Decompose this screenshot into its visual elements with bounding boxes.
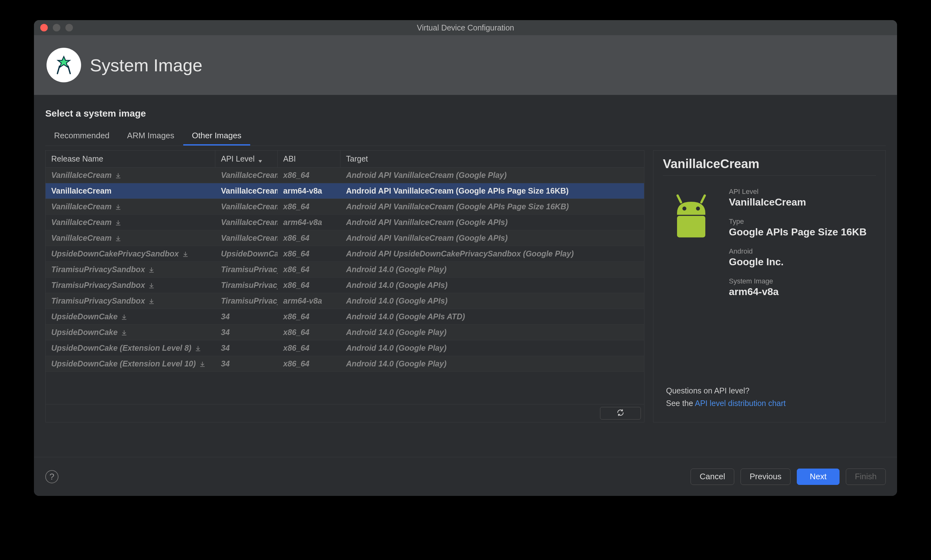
minimize-window-button[interactable] (53, 24, 60, 31)
field-value: Google APIs Page Size 16KB (729, 226, 866, 238)
cell-target: Android 14.0 (Google APIs) (340, 281, 644, 290)
previous-button[interactable]: Previous (740, 469, 791, 485)
download-icon[interactable] (148, 266, 155, 273)
field-system-image: System Image arm64-v8a (729, 277, 866, 298)
api-distribution-link[interactable]: API level distribution chart (695, 399, 786, 408)
android-studio-icon (46, 48, 81, 82)
cell-target: Android API VanillaIceCream (Google APIs… (340, 234, 644, 243)
details-title: VanillaIceCream (663, 157, 876, 176)
cell-abi: x86_64 (277, 312, 340, 321)
cell-target: Android 14.0 (Google Play) (340, 343, 644, 352)
footer-question: Questions on API level? (666, 384, 876, 397)
cell-release-name: UpsideDownCakePrivacySandbox (46, 249, 215, 258)
table-row[interactable]: UpsideDownCake34x86_64Android 14.0 (Goog… (46, 325, 644, 340)
tab-recommended[interactable]: Recommended (45, 127, 118, 146)
cell-abi: x86_64 (277, 234, 340, 243)
cell-target: Android 14.0 (Google APIs) (340, 296, 644, 305)
download-icon[interactable] (148, 298, 155, 305)
cell-target: Android 14.0 (Google APIs ATD) (340, 312, 644, 321)
download-icon[interactable] (115, 203, 122, 210)
close-window-button[interactable] (40, 24, 48, 31)
cell-api-level: TiramisuPrivacyS (215, 265, 277, 274)
window-title: Virtual Device Configuration (34, 23, 897, 32)
svg-line-4 (701, 195, 705, 202)
cell-target: Android API VanillaIceCream (Google APIs… (340, 202, 644, 211)
details-footer: Questions on API level? See the API leve… (663, 381, 876, 416)
column-release-name[interactable]: Release Name (46, 151, 215, 167)
table-row[interactable]: TiramisuPrivacySandboxTiramisuPrivacySx8… (46, 277, 644, 293)
cell-abi: x86_64 (277, 328, 340, 337)
svg-rect-7 (677, 216, 705, 237)
download-icon[interactable] (115, 219, 122, 226)
cell-api-level: VanillaIceCream (215, 202, 277, 211)
field-label: Type (729, 217, 866, 226)
content-area: Select a system image RecommendedARM Ima… (34, 95, 897, 457)
field-api-level: API Level VanillaIceCream (729, 188, 866, 208)
cell-api-level: 34 (215, 359, 277, 368)
next-button[interactable]: Next (797, 469, 839, 485)
download-icon[interactable] (121, 329, 128, 336)
page-title: System Image (90, 55, 202, 75)
download-icon[interactable] (115, 172, 122, 179)
column-api-level[interactable]: API Level (215, 151, 277, 167)
cell-target: Android API VanillaIceCream (Google Play… (340, 171, 644, 180)
table-row[interactable]: TiramisuPrivacySandboxTiramisuPrivacySx8… (46, 262, 644, 277)
table-row[interactable]: VanillaIceCreamVanillaIceCreamarm64-v8aA… (46, 183, 644, 199)
cell-api-level: VanillaIceCream (215, 234, 277, 243)
cell-release-name: TiramisuPrivacySandbox (46, 296, 215, 305)
system-image-table: Release Name API Level ABI Target Vanill… (45, 150, 644, 422)
table-row[interactable]: VanillaIceCreamVanillaIceCreamx86_64Andr… (46, 199, 644, 215)
footer-see: See the (666, 399, 695, 408)
download-icon[interactable] (148, 282, 155, 289)
table-body[interactable]: VanillaIceCreamVanillaIceCreamx86_64Andr… (46, 168, 644, 404)
cell-abi: x86_64 (277, 265, 340, 274)
column-abi[interactable]: ABI (277, 151, 340, 167)
cancel-button[interactable]: Cancel (691, 469, 734, 485)
field-value: Google Inc. (729, 256, 866, 268)
cell-target: Android 14.0 (Google Play) (340, 328, 644, 337)
cell-api-level: VanillaIceCream (215, 186, 277, 195)
cell-release-name: UpsideDownCake (Extension Level 8) (46, 343, 215, 352)
tab-arm-images[interactable]: ARM Images (118, 127, 183, 146)
download-icon[interactable] (115, 235, 122, 242)
table-row[interactable]: UpsideDownCake34x86_64Android 14.0 (Goog… (46, 309, 644, 325)
table-row[interactable]: VanillaIceCreamVanillaIceCreamx86_64Andr… (46, 230, 644, 246)
table-row[interactable]: VanillaIceCreamVanillaIceCreamx86_64Andr… (46, 168, 644, 183)
titlebar: Virtual Device Configuration (34, 20, 897, 35)
table-row[interactable]: UpsideDownCake (Extension Level 8)34x86_… (46, 340, 644, 356)
cell-abi: x86_64 (277, 359, 340, 368)
cell-abi: x86_64 (277, 202, 340, 211)
download-icon[interactable] (195, 345, 202, 352)
help-button[interactable]: ? (45, 470, 58, 483)
tab-other-images[interactable]: Other Images (183, 127, 251, 146)
table-row[interactable]: VanillaIceCreamVanillaIceCreamarm64-v8aA… (46, 215, 644, 230)
cell-api-level: VanillaIceCream (215, 218, 277, 227)
cell-api-level: VanillaIceCream (215, 171, 277, 180)
details-body: API Level VanillaIceCream Type Google AP… (663, 176, 876, 381)
maximize-window-button[interactable] (65, 24, 73, 31)
cell-api-level: TiramisuPrivacyS (215, 296, 277, 305)
table-row[interactable]: TiramisuPrivacySandboxTiramisuPrivacySar… (46, 293, 644, 309)
download-icon[interactable] (121, 313, 128, 320)
android-logo-icon (663, 188, 719, 244)
cell-abi: x86_64 (277, 249, 340, 258)
cell-release-name: VanillaIceCream (46, 186, 215, 195)
column-target[interactable]: Target (340, 151, 644, 167)
table-row[interactable]: UpsideDownCake (Extension Level 10)34x86… (46, 356, 644, 372)
cell-target: Android 14.0 (Google Play) (340, 359, 644, 368)
main-area: Release Name API Level ABI Target Vanill… (45, 150, 886, 422)
table-header: Release Name API Level ABI Target (46, 151, 644, 168)
refresh-icon (616, 409, 625, 418)
field-label: System Image (729, 277, 866, 285)
cell-release-name: TiramisuPrivacySandbox (46, 265, 215, 274)
field-value: arm64-v8a (729, 286, 866, 298)
cell-api-level: UpsideDownCak (215, 249, 277, 258)
download-icon[interactable] (199, 360, 206, 368)
field-type: Type Google APIs Page Size 16KB (729, 217, 866, 238)
refresh-button[interactable] (600, 407, 641, 420)
column-api-label: API Level (221, 154, 255, 163)
download-icon[interactable] (182, 251, 189, 257)
cell-api-level: 34 (215, 343, 277, 352)
field-label: API Level (729, 188, 866, 196)
table-row[interactable]: UpsideDownCakePrivacySandboxUpsideDownCa… (46, 246, 644, 262)
